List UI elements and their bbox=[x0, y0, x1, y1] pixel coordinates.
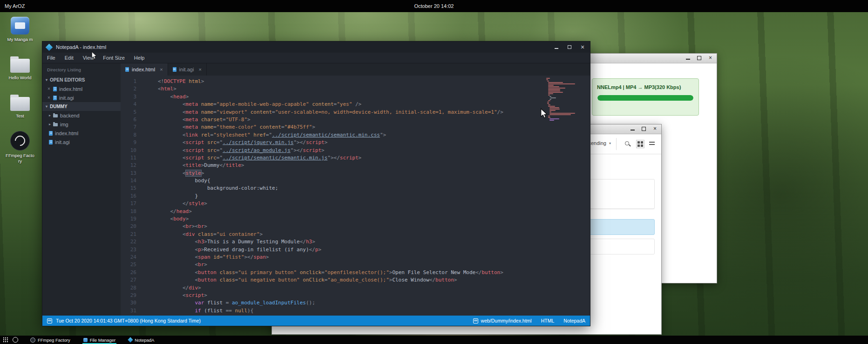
minimize-icon[interactable] bbox=[685, 55, 691, 61]
tab-index-html[interactable]: index.html× bbox=[121, 63, 168, 76]
code-line[interactable]: 27 <button class="ui negative button" on… bbox=[121, 276, 590, 284]
taskbar-item-ffmpeg-factory[interactable]: FFmpeg Factory bbox=[27, 336, 74, 344]
open-editor-label: init.agi bbox=[59, 95, 74, 101]
code-line[interactable]: 15 background-color:white; bbox=[121, 185, 590, 192]
code-line[interactable]: 12 <title>Dummy</title> bbox=[121, 162, 590, 169]
grid-view-icon[interactable] bbox=[637, 140, 644, 148]
minimize-icon[interactable] bbox=[630, 126, 635, 131]
minimap[interactable] bbox=[546, 78, 586, 121]
maximize-icon[interactable] bbox=[641, 126, 646, 131]
line-number: 29 bbox=[121, 292, 136, 299]
tree-item-index-html[interactable]: index.html bbox=[42, 129, 121, 138]
chevron-down-icon: ▾ bbox=[609, 141, 611, 145]
maximize-icon[interactable] bbox=[567, 44, 572, 50]
minimap-line bbox=[549, 118, 559, 119]
np-icon bbox=[128, 337, 133, 342]
code-line[interactable]: 22 <h3>This is a Dummy Testing Module</h… bbox=[121, 238, 590, 246]
code-line[interactable]: 18 </head> bbox=[121, 208, 590, 215]
taskbar-item-notepada[interactable]: NotepadA bbox=[125, 336, 158, 344]
close-icon[interactable]: × bbox=[580, 44, 585, 50]
close-icon[interactable]: × bbox=[198, 67, 201, 72]
code-line[interactable]: 4 <meta name="apple-mobile-web-app-capab… bbox=[121, 101, 590, 108]
code-line[interactable]: 21 <div class="ui container"> bbox=[121, 231, 590, 238]
minimap-line bbox=[549, 109, 560, 110]
notepada-window[interactable]: NotepadA - index.html × FileEditViewFont… bbox=[42, 41, 590, 326]
code-line[interactable]: 30 var flist = ao_module_loadInputFiles(… bbox=[121, 299, 590, 307]
open-editor-index-html[interactable]: ×index.html bbox=[42, 84, 121, 93]
close-icon[interactable]: × bbox=[47, 86, 51, 91]
desktop-icon-label: My Manga m bbox=[7, 37, 33, 42]
code-line[interactable]: 29 <script> bbox=[121, 292, 590, 299]
menu-edit[interactable]: Edit bbox=[60, 53, 78, 63]
notepada-titlebar[interactable]: NotepadA - index.html × bbox=[42, 41, 590, 53]
taskbar-item-label: FFmpeg Factory bbox=[38, 337, 70, 343]
code-line[interactable]: 20 <br><br> bbox=[121, 223, 590, 230]
status-bar: Tue Oct 20 2020 14:01:43 GMT+0800 (Hong … bbox=[42, 316, 590, 326]
minimap-line bbox=[548, 85, 554, 86]
taskbar-item-file-manager[interactable]: File Manager bbox=[80, 336, 119, 344]
code-line[interactable]: 2<html> bbox=[121, 85, 590, 93]
desktop-icon-test[interactable]: Test bbox=[5, 93, 35, 119]
code-line[interactable]: 5 <meta name="viewport" content="user-sc… bbox=[121, 109, 590, 116]
menu-font-size[interactable]: Font Size bbox=[98, 53, 129, 63]
code-line[interactable]: 13 <style> bbox=[121, 170, 590, 177]
taskbar-circle-icon[interactable] bbox=[13, 337, 18, 343]
code-editor[interactable]: 1<!DOCTYPE html>2<html>3 <head>4 <meta n… bbox=[121, 76, 590, 316]
chevron-right-icon: ▸ bbox=[49, 122, 51, 126]
menu-help[interactable]: Help bbox=[129, 53, 149, 63]
code-lines: 1<!DOCTYPE html>2<html>3 <head>4 <meta n… bbox=[121, 78, 590, 315]
close-icon[interactable]: × bbox=[708, 55, 713, 61]
code-line[interactable]: 6 <meta charset="UTF-8"> bbox=[121, 116, 590, 124]
code-line[interactable]: 14 body{ bbox=[121, 177, 590, 185]
code-line[interactable]: 9 <script src="../script/jquery.min.js">… bbox=[121, 139, 590, 146]
line-number: 17 bbox=[121, 200, 136, 207]
code-line[interactable]: 23 <p>Received drag-in filelist (if any)… bbox=[121, 246, 590, 254]
open-editors-section[interactable]: ▾ OPEN EDITORS bbox=[42, 76, 121, 84]
open-editor-init-agi[interactable]: ×init.agi bbox=[42, 93, 121, 102]
app-launcher-grid-icon[interactable] bbox=[3, 337, 8, 343]
code-line[interactable]: 7 <meta name="theme-color" content="#4b7… bbox=[121, 124, 590, 131]
code-line[interactable]: 25 <br> bbox=[121, 261, 590, 268]
minimize-icon[interactable] bbox=[554, 44, 559, 50]
tab-init-agi[interactable]: init.agi× bbox=[168, 63, 207, 76]
close-icon[interactable]: × bbox=[652, 126, 658, 131]
status-datetime: Tue Oct 20 2020 14:01:43 GMT+0800 (Hong … bbox=[56, 318, 201, 323]
minimap-line bbox=[549, 107, 559, 108]
minimap-line bbox=[548, 90, 560, 91]
chevron-down-icon: ▾ bbox=[46, 78, 47, 82]
code-line[interactable]: 8 <link rel="stylesheet" href="../script… bbox=[121, 131, 590, 139]
chevron-right-icon: ▸ bbox=[49, 113, 51, 117]
menu-bar: FileEditViewFont SizeHelp bbox=[42, 53, 590, 63]
code-line[interactable]: 24 <span id="flist"></span> bbox=[121, 254, 590, 261]
tree-item-init-agi[interactable]: init.agi bbox=[42, 138, 121, 146]
tree-item-img[interactable]: ▸img bbox=[42, 120, 121, 129]
maximize-icon[interactable] bbox=[697, 55, 702, 61]
code-line[interactable]: 11 <script src="../script/semantic/seman… bbox=[121, 154, 590, 162]
code-line[interactable]: 10 <script src="../script/ao_module.js">… bbox=[121, 147, 590, 154]
menu-view[interactable]: View bbox=[78, 53, 99, 63]
desktop-icon-hello-world[interactable]: Hello World bbox=[5, 55, 35, 81]
desktop-icon-my-manga[interactable]: My Manga m bbox=[5, 17, 35, 42]
search-icon[interactable] bbox=[624, 140, 631, 148]
minimap-line bbox=[547, 102, 549, 103]
code-line[interactable]: 19 <body> bbox=[121, 215, 590, 223]
code-line[interactable]: 26 <button class="ui primary button" onc… bbox=[121, 269, 590, 276]
status-filepath[interactable]: web/Dummy/index.html bbox=[481, 318, 532, 323]
code-line[interactable]: 1<!DOCTYPE html> bbox=[121, 78, 590, 85]
code-line[interactable]: 28 </div> bbox=[121, 284, 590, 292]
close-icon[interactable]: × bbox=[160, 67, 163, 72]
close-icon[interactable]: × bbox=[47, 95, 51, 100]
minimap-line bbox=[548, 117, 550, 118]
code-line[interactable]: 17 </style> bbox=[121, 200, 590, 207]
menu-file[interactable]: File bbox=[42, 53, 60, 63]
project-root-dummy[interactable]: ▾ DUMMY bbox=[42, 102, 121, 111]
code-line[interactable]: 3 <head> bbox=[121, 93, 590, 101]
code-line[interactable]: 31 if (flist == null){ bbox=[121, 307, 590, 315]
code-line[interactable]: 16 } bbox=[121, 193, 590, 200]
status-language[interactable]: HTML bbox=[541, 318, 555, 323]
folder-icon bbox=[10, 97, 30, 111]
desktop-icon-ffmpeg-factory[interactable]: FFmpeg Factory bbox=[5, 131, 35, 164]
tree-item-backend[interactable]: ▸backend bbox=[42, 111, 121, 120]
file-icon bbox=[173, 67, 176, 72]
list-view-icon[interactable] bbox=[648, 140, 656, 148]
